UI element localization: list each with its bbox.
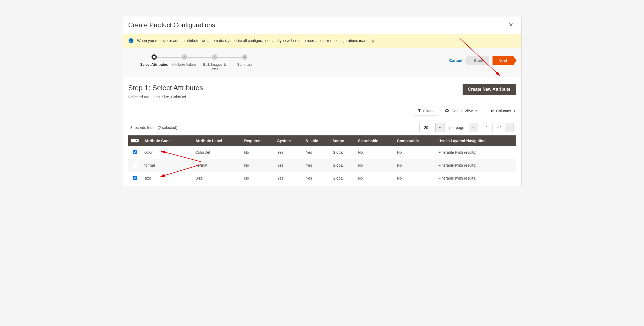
table-row[interactable]: color ColorDef No Yes Yes Global No No F… — [128, 146, 516, 159]
header-system[interactable]: System — [275, 135, 303, 146]
cell-comparable: No — [394, 146, 436, 159]
cell-layered: Filterable (with results) — [436, 159, 516, 172]
header-visible[interactable]: Visible — [303, 135, 330, 146]
close-icon[interactable]: ✕ — [508, 22, 513, 29]
header-searchable[interactable]: Searchable — [355, 135, 394, 146]
content-area: Step 1: Select Attributes Selected Attri… — [123, 77, 521, 185]
cell-required: No — [242, 159, 275, 172]
step-header: Step 1: Select Attributes Selected Attri… — [128, 84, 516, 99]
step-label-2: Attribute Values — [172, 62, 197, 67]
header-attribute-code[interactable]: Attribute Code ↓ — [142, 135, 193, 146]
cell-layered: Filterable (with results) — [436, 146, 516, 159]
page-input[interactable] — [481, 123, 493, 132]
pager: ▼ per page ‹ of 1 › — [419, 123, 514, 132]
step-label-4: Summary — [237, 62, 252, 67]
records-row: 3 records found (2 selected) ▼ per page … — [128, 123, 516, 135]
cell-required: No — [242, 172, 275, 185]
filters-label: Filters — [423, 109, 433, 113]
caret-down-icon: ▼ — [475, 110, 477, 113]
cell-visible: Yes — [303, 146, 330, 159]
caret-down-icon: ▼ — [513, 110, 516, 113]
eye-icon — [445, 109, 449, 113]
cell-visible: Yes — [303, 159, 330, 172]
cell-comparable: No — [394, 172, 436, 185]
page-size-dropdown[interactable]: ▼ — [435, 123, 445, 132]
wizard-steps: Select Attributes 2 Attribute Values 3 B… — [139, 54, 260, 72]
info-bar: i When you remove or add an attribute, w… — [123, 34, 521, 48]
step-dot-2: 2 — [182, 54, 187, 60]
header-attribute-label[interactable]: Attribute Label — [193, 135, 242, 146]
cell-visible: Yes — [303, 172, 330, 185]
modal-header: Create Product Configurations ✕ — [123, 16, 521, 34]
wizard-step-select-attributes: Select Attributes — [139, 54, 169, 67]
create-configurations-modal: Create Product Configurations ✕ i When y… — [123, 16, 522, 186]
page-size-input[interactable] — [419, 123, 433, 132]
header-select-all[interactable]: ▼ — [128, 135, 142, 146]
wizard-step-attribute-values: 2 Attribute Values — [169, 54, 199, 67]
info-icon: i — [129, 38, 133, 43]
cell-code: size — [142, 172, 193, 185]
cell-system: Yes — [275, 159, 303, 172]
header-scope[interactable]: Scope — [330, 135, 355, 146]
cancel-button[interactable]: Cancel — [447, 58, 464, 63]
wizard-bar: Select Attributes 2 Attribute Values 3 B… — [123, 48, 521, 77]
table-row[interactable]: size Size No Yes Yes Global No No Filter… — [128, 172, 516, 185]
filters-button[interactable]: Filters — [413, 107, 438, 115]
cell-scope: Global — [330, 159, 355, 172]
page-total: of 1 — [495, 125, 502, 130]
row-checkbox[interactable] — [133, 150, 137, 154]
cell-system: Yes — [275, 172, 303, 185]
wizard-actions: Cancel Back Next — [447, 56, 513, 65]
cell-searchable: No — [355, 146, 394, 159]
grid-toolbar: Filters Default View ▼ ✿ Columns ▼ — [128, 107, 516, 115]
cell-comparable: No — [394, 159, 436, 172]
step-title: Step 1: Select Attributes — [128, 84, 203, 92]
caret-down-icon: ▼ — [439, 126, 441, 129]
cell-required: No — [242, 146, 275, 159]
step-dot-4: 4 — [242, 54, 247, 60]
cell-searchable: No — [355, 159, 394, 172]
step-dot-1 — [151, 54, 157, 60]
step-label-3: Bulk Images & Price — [199, 62, 230, 72]
cell-layered: Filterable (with results) — [436, 172, 516, 185]
view-label: Default View — [452, 109, 473, 113]
row-checkbox[interactable] — [133, 176, 137, 180]
cell-searchable: No — [355, 172, 394, 185]
columns-label: Columns — [496, 109, 511, 113]
header-layered-nav[interactable]: Use in Layered Navigation — [436, 135, 516, 146]
cell-label: Size — [193, 172, 242, 185]
step-label-1: Select Attributes — [140, 62, 168, 67]
info-text: When you remove or add an attribute, we … — [137, 38, 375, 43]
header-required[interactable]: Required — [242, 135, 275, 146]
cell-code: color — [142, 146, 193, 159]
next-button[interactable]: Next — [493, 56, 513, 65]
header-comparable[interactable]: Comparable — [394, 135, 436, 146]
attributes-grid: ▼ Attribute Code ↓ Attribute Label Requi… — [128, 135, 516, 185]
back-button[interactable]: Back — [468, 56, 489, 65]
step-dot-3: 3 — [212, 54, 217, 60]
table-row[interactable]: format Format No Yes Yes Global No No Fi… — [128, 159, 516, 172]
cell-scope: Global — [330, 146, 355, 159]
wizard-step-summary: 4 Summary — [230, 54, 260, 67]
records-found: 3 records found (2 selected) — [130, 125, 177, 130]
cell-system: Yes — [275, 146, 303, 159]
table-header-row: ▼ Attribute Code ↓ Attribute Label Requi… — [128, 135, 516, 146]
gear-icon: ✿ — [491, 109, 494, 113]
prev-page-button[interactable]: ‹ — [469, 123, 478, 132]
default-view-dropdown[interactable]: Default View ▼ — [445, 109, 477, 113]
modal-title: Create Product Configurations — [128, 21, 215, 29]
cell-label: Format — [193, 159, 242, 172]
cell-scope: Global — [330, 172, 355, 185]
row-checkbox[interactable] — [133, 163, 137, 167]
per-page-label: per page — [449, 125, 464, 130]
selected-attributes: Selected Attributes: Size, ColorDef — [128, 95, 203, 99]
create-new-attribute-button[interactable]: Create New Attribute — [463, 84, 516, 95]
cell-label: ColorDef — [193, 146, 242, 159]
filter-icon — [417, 109, 421, 113]
columns-dropdown[interactable]: ✿ Columns ▼ — [491, 109, 516, 113]
sort-arrow-icon: ↓ — [188, 139, 190, 143]
cell-code: format — [142, 159, 193, 172]
toolbar-divider — [484, 108, 484, 114]
next-page-button[interactable]: › — [505, 123, 514, 132]
